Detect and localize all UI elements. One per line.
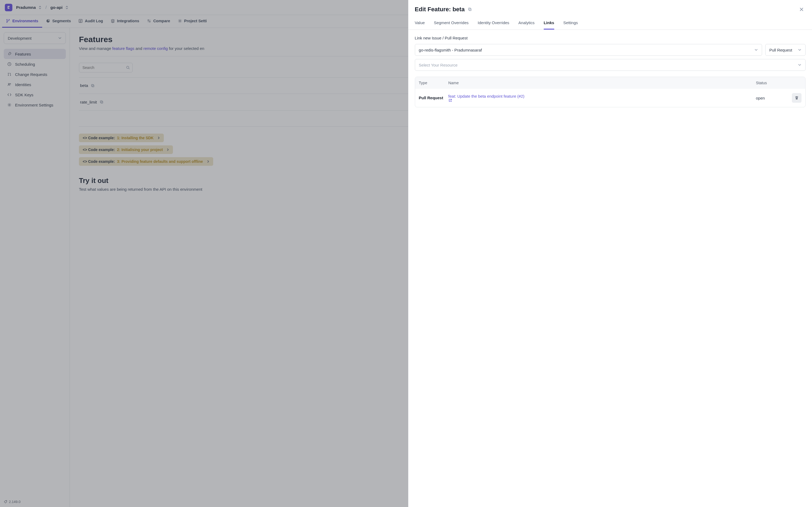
drawer-tab-label: Settings (563, 20, 578, 25)
modal-backdrop[interactable] (0, 0, 408, 507)
drawer-tab-settings[interactable]: Settings (563, 20, 578, 30)
drawer-title: Edit Feature: beta (415, 6, 465, 13)
link-section-label: Link new Issue / Pull Request (415, 36, 806, 40)
delete-link-button[interactable] (792, 93, 802, 103)
cell-type: Pull Request (419, 96, 448, 101)
resource-select-placeholder: Select Your Resource (419, 63, 458, 67)
svg-rect-20 (468, 8, 471, 10)
drawer-tab-label: Links (544, 20, 554, 25)
drawer-tab-links[interactable]: Links (544, 20, 554, 30)
resource-select[interactable]: Select Your Resource (415, 59, 806, 71)
repo-select[interactable]: go-redis-flagsmith - Pradumnasaraf (415, 44, 762, 56)
close-button[interactable] (799, 7, 804, 12)
col-name: Name (448, 81, 756, 85)
col-status: Status (756, 81, 785, 85)
cell-name: feat: Update the beta endpoint feature (… (448, 94, 756, 102)
drawer-tab-analytics[interactable]: Analytics (518, 20, 535, 30)
cell-status: open (756, 96, 785, 100)
chevron-down-icon (798, 63, 802, 67)
drawer-tab-label: Segment Overrides (434, 20, 468, 25)
drawer-tab-value[interactable]: Value (415, 20, 425, 30)
chevron-down-icon (798, 48, 802, 52)
chevron-down-icon (754, 48, 758, 52)
edit-feature-drawer: Edit Feature: beta Value Segment Overrid… (408, 0, 812, 507)
repo-select-value: go-redis-flagsmith - Pradumnasaraf (419, 48, 482, 52)
drawer-tab-label: Identity Overrides (478, 20, 509, 25)
svg-rect-19 (469, 9, 471, 11)
link-type-value: Pull Request (769, 48, 792, 52)
drawer-tab-segment-overrides[interactable]: Segment Overrides (434, 20, 468, 30)
link-type-select[interactable]: Pull Request (765, 44, 806, 56)
drawer-tab-label: Analytics (518, 20, 535, 25)
col-type: Type (419, 81, 448, 85)
drawer-tabs: Value Segment Overrides Identity Overrid… (408, 15, 812, 30)
table-header: Type Name Status (415, 77, 805, 89)
copy-icon[interactable] (468, 7, 472, 11)
table-row: Pull Request feat: Update the beta endpo… (415, 89, 805, 107)
linked-resources-table: Type Name Status Pull Request feat: Upda… (415, 77, 806, 107)
drawer-tab-label: Value (415, 20, 425, 25)
drawer-tab-identity-overrides[interactable]: Identity Overrides (478, 20, 509, 30)
linked-resource-link[interactable]: feat: Update the beta endpoint feature (… (448, 94, 525, 99)
external-link-icon[interactable] (448, 99, 756, 102)
